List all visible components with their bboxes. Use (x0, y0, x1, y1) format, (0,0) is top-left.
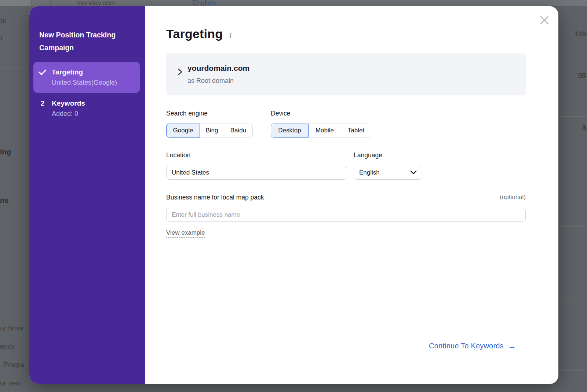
search-engine-label: Search engine (166, 110, 208, 117)
bg-row-divider (558, 226, 587, 227)
bg-row-divider (558, 67, 587, 67)
location-label: Location (166, 151, 190, 159)
step-sublabel: United States(Google) (52, 78, 140, 87)
segment-mobile[interactable]: Mobile (308, 124, 341, 138)
bg-text-fragment: ns (0, 196, 8, 205)
arrow-right-icon: → (508, 342, 516, 350)
check-icon (39, 69, 47, 77)
close-icon[interactable] (539, 14, 550, 26)
segment-desktop[interactable]: Desktop (271, 124, 309, 138)
segment-google[interactable]: Google (166, 124, 200, 138)
domain-scope: as Root domain (187, 77, 234, 85)
language-select[interactable]: English (354, 166, 422, 180)
business-name-input[interactable] (166, 208, 526, 222)
bg-row-divider (558, 300, 587, 300)
wizard-step-keywords[interactable]: 2 Keywords Added: 0 (33, 99, 140, 118)
continue-to-keywords-button[interactable]: Continue To Keywords → (429, 342, 516, 350)
step-label: Keywords (52, 99, 140, 108)
bg-text-fragment: te (1, 17, 7, 25)
language-label: Language (354, 151, 382, 159)
segment-bing[interactable]: Bing (200, 124, 224, 138)
background-domain-text: monday.com (76, 0, 116, 6)
info-icon[interactable]: i (229, 31, 231, 40)
bg-text-fragment: r (1, 34, 3, 42)
bg-row-divider (558, 192, 587, 192)
bg-metric-value: 3 (582, 124, 586, 132)
location-input[interactable] (166, 166, 347, 180)
bg-row-divider (558, 335, 587, 335)
device-label: Device (271, 110, 291, 117)
bg-row-divider (558, 23, 587, 23)
bg-text-fragment: ency (0, 342, 15, 351)
wizard-title: New Position Tracking Campaign (39, 29, 138, 54)
bg-row-divider (558, 370, 587, 371)
device-segmented-control: Desktop Mobile Tablet (271, 124, 371, 138)
bg-row-divider (558, 116, 587, 117)
domain-name: yourdomain.com (187, 64, 249, 73)
campaign-wizard-sidebar: New Position Tracking Campaign Targeting… (29, 6, 145, 384)
step-sublabel: Added: 0 (52, 109, 140, 118)
background-top-bar-cell (0, 0, 32, 6)
background-language-text: English (192, 0, 215, 6)
bg-metric-value: 116 (575, 30, 586, 38)
step-number: 2 (41, 99, 45, 118)
segment-tablet[interactable]: Tablet (341, 124, 371, 138)
language-selected-value: English (359, 169, 380, 176)
bg-text-fragment: ur new (0, 379, 21, 387)
bg-text-fragment: Progra (3, 361, 24, 369)
page-title: Targeting (166, 27, 223, 41)
domain-summary-box[interactable]: yourdomain.com as Root domain (166, 53, 526, 95)
bg-text-fragment: ing (0, 148, 11, 156)
targeting-step-content: Targeting i yourdomain.com as Root domai… (145, 6, 558, 384)
wizard-step-targeting[interactable]: Targeting United States(Google) (33, 62, 140, 93)
optional-note: (optional) (500, 194, 526, 201)
bg-metric-value: 95 (578, 72, 586, 80)
view-example-link[interactable]: View example (166, 229, 205, 238)
background-right-column: 116 95 3 (558, 6, 587, 392)
search-engine-segmented-control: Google Bing Baidu (166, 124, 253, 138)
bg-row-divider (558, 158, 587, 158)
chevron-down-icon (410, 169, 417, 176)
segment-baidu[interactable]: Baidu (224, 124, 253, 138)
background-top-bar: monday.com English (0, 0, 587, 6)
new-campaign-modal: New Position Tracking Campaign Targeting… (29, 6, 558, 384)
continue-label: Continue To Keywords (429, 342, 504, 350)
background-row-divider (0, 67, 29, 67)
step-label: Targeting (52, 68, 140, 77)
bg-text-fragment: ur brow (0, 324, 23, 332)
bg-row-divider (558, 255, 587, 255)
business-name-label: Business name for local map pack (166, 194, 264, 201)
chevron-right-icon (177, 68, 183, 77)
background-table-divider (68, 0, 68, 6)
background-table-divider (50, 0, 51, 6)
